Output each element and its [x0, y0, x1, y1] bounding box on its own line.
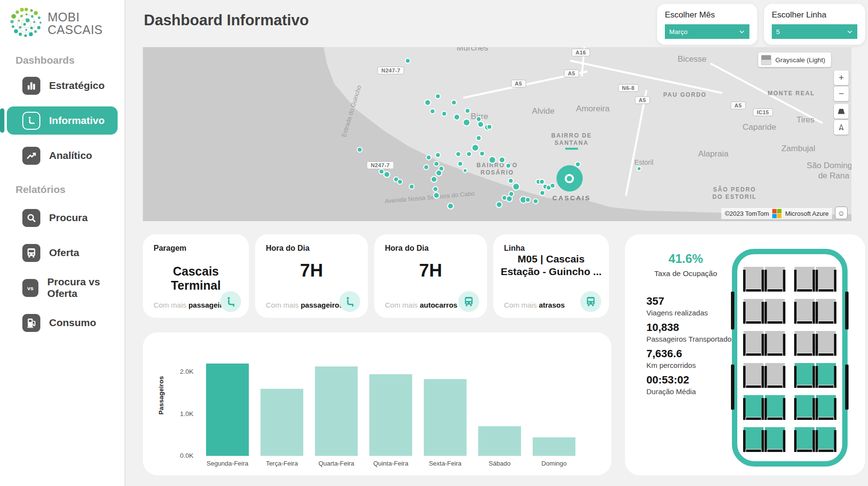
seat-pair — [795, 331, 836, 353]
bus-stop-marker[interactable] — [357, 147, 363, 153]
zoom-out-button[interactable]: − — [834, 87, 849, 101]
bus-stop-marker[interactable] — [447, 203, 454, 209]
logo: MOBI CASCAIS — [0, 0, 124, 40]
seat-free — [744, 331, 764, 353]
bus-stop-marker[interactable] — [525, 197, 531, 203]
seat-row — [737, 299, 842, 321]
seat-occupied — [744, 395, 764, 417]
bus-stop-marker[interactable] — [424, 99, 431, 106]
bus-stop-marker[interactable] — [512, 183, 520, 191]
sidebar-item-procura-vs-oferta[interactable]: vsProcura vs Oferta — [0, 270, 124, 305]
bus-stop-marker[interactable] — [496, 201, 503, 208]
bus-stop-marker[interactable] — [397, 179, 403, 185]
bus-stop-marker[interactable] — [539, 190, 545, 196]
bar-domingo[interactable] — [533, 437, 575, 456]
bus-stop-marker[interactable] — [455, 151, 461, 157]
bus-stop-marker[interactable] — [435, 93, 441, 99]
bar-sabado[interactable] — [478, 426, 521, 456]
sidebar-item-label: Analítico — [49, 150, 92, 161]
bus-stop-marker[interactable] — [575, 161, 581, 167]
sidebar-item-informativo[interactable]: Informativo — [7, 106, 118, 135]
metric-value: 10,838 — [646, 321, 735, 334]
bus-stop-marker[interactable] — [499, 156, 505, 163]
bus-stop-marker[interactable] — [508, 191, 514, 197]
filter-select-linha[interactable]: 5 — [772, 24, 857, 39]
zoom-in-button[interactable]: + — [834, 70, 849, 85]
bus-stop-marker[interactable] — [508, 178, 514, 184]
bus-stop-marker[interactable] — [466, 151, 472, 157]
bar-terca-feira[interactable] — [260, 389, 303, 456]
filter-selected-value: Março — [669, 28, 688, 35]
bus-stop-marker[interactable] — [505, 163, 511, 169]
seat-free — [765, 363, 785, 385]
seat-pair — [744, 427, 785, 449]
map-style-selector[interactable]: Grayscale (Light) — [758, 52, 831, 67]
seat-row — [737, 331, 842, 353]
sidebar-item-analitico[interactable]: Analítico — [0, 138, 124, 173]
bus-stop-marker[interactable] — [550, 183, 556, 189]
bar-segunda-feira[interactable] — [206, 364, 249, 456]
bus-stop-marker[interactable] — [409, 184, 415, 190]
logo-text: MOBI CASCAIS — [48, 11, 103, 36]
bus-stop-marker[interactable] — [463, 119, 470, 126]
bus-stop-marker[interactable] — [435, 170, 442, 176]
map-style-icon — [761, 55, 771, 65]
kpi-card-hora-do-dia-2: Hora do Dia7HCom mais autocarros — [374, 234, 487, 318]
bus-stop-marker[interactable] — [383, 171, 390, 178]
seat-pair — [795, 299, 836, 321]
bus-stop-marker[interactable] — [405, 58, 411, 64]
bus-stop-marker[interactable] — [423, 164, 429, 170]
sidebar-item-consumo[interactable]: Consumo — [0, 305, 124, 340]
bus-stop-marker[interactable] — [430, 108, 435, 114]
bar-quinta-feira[interactable] — [369, 374, 412, 456]
svg-text:vs: vs — [27, 285, 34, 292]
bus-stop-marker[interactable] — [479, 151, 485, 156]
bus-stop-marker[interactable] — [433, 186, 438, 192]
bus-stop-marker[interactable] — [637, 166, 642, 171]
map-pitch-button[interactable] — [834, 104, 849, 119]
bus-stop-marker[interactable] — [488, 156, 496, 164]
bus-stop-marker[interactable] — [477, 121, 484, 128]
x-tick-label: Domingo — [527, 460, 581, 467]
kpi-category: Hora do Dia — [385, 244, 476, 253]
microsoft-logo-icon — [772, 209, 781, 218]
bus-stop-marker[interactable] — [431, 176, 437, 183]
bus-stop-marker[interactable] — [453, 114, 460, 121]
bus-stop-marker[interactable] — [476, 135, 482, 141]
map-feedback-button[interactable]: ☺ — [835, 207, 848, 219]
filter-card-mes: Escolher MêsMarço — [657, 4, 757, 45]
bus-stop-marker[interactable] — [451, 100, 457, 105]
map[interactable]: MurchesBicessePAU GORDOMONTE REALAmoreir… — [143, 47, 851, 221]
bus-stop-marker[interactable] — [465, 108, 470, 114]
logo-line2: CASCAIS — [48, 23, 103, 36]
sidebar: MOBI CASCAIS DashboardsEstratégicoInform… — [0, 0, 125, 486]
bus-stop-marker[interactable] — [471, 144, 479, 152]
bus-stop-marker[interactable] — [435, 152, 441, 158]
filter-select-mes[interactable]: Março — [665, 24, 749, 39]
seat-pair — [795, 427, 836, 449]
sidebar-item-oferta[interactable]: Oferta — [0, 235, 124, 270]
bus-stop-marker[interactable] — [433, 192, 440, 199]
pitch-icon — [838, 109, 845, 114]
bus-stop-marker[interactable] — [463, 168, 468, 173]
road-shield-n247-7: N247-7 — [378, 67, 404, 74]
bus-stop-marker[interactable] — [486, 124, 492, 130]
bus-stop-marker[interactable] — [533, 198, 538, 204]
kpi-footer: Com mais autocarros — [385, 301, 457, 309]
bar-sexta-feira[interactable] — [424, 379, 467, 456]
bar-quarta-feira[interactable] — [315, 366, 358, 456]
bus-stop-marker[interactable] — [441, 111, 447, 117]
metric-label: Viagens realizadas — [646, 309, 735, 317]
seat-free — [765, 331, 785, 353]
bus-stop-marker[interactable] — [457, 161, 463, 167]
sidebar-item-estrategico[interactable]: Estratégico — [0, 68, 124, 103]
bus-stop-marker[interactable] — [426, 155, 432, 160]
selected-stop-ring — [565, 174, 574, 183]
seat-pair — [744, 267, 785, 289]
seat-occupied — [816, 427, 836, 449]
metric-value: 357 — [646, 295, 735, 308]
sidebar-item-procura[interactable]: Procura — [0, 200, 124, 235]
bus-stop-marker[interactable] — [434, 161, 439, 167]
selected-stop-marker[interactable] — [556, 165, 583, 191]
map-locate-button[interactable] — [834, 120, 849, 135]
